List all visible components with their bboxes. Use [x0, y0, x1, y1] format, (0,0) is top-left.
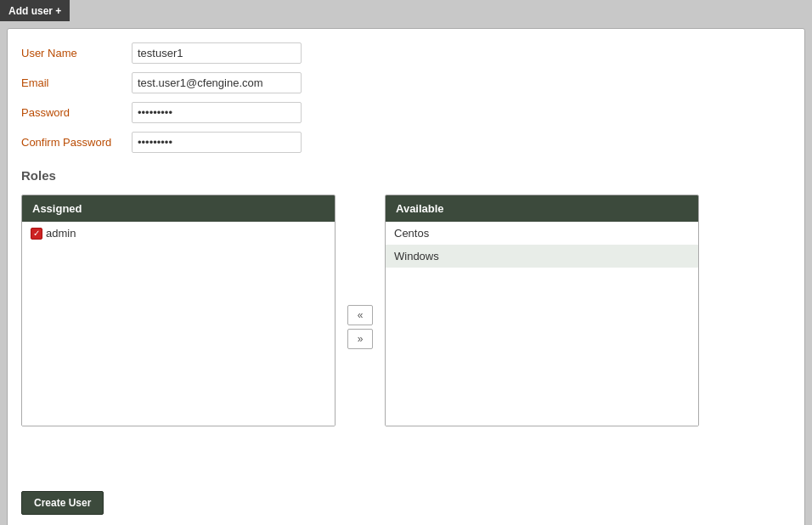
form-section: User Name Email Password Confirm Passwor…: [21, 42, 791, 153]
roles-heading: Roles: [21, 168, 791, 183]
email-input[interactable]: [132, 72, 302, 93]
email-label: Email: [21, 76, 132, 89]
confirm-password-input[interactable]: [132, 132, 302, 153]
add-user-bar[interactable]: Add user +: [0, 0, 70, 21]
password-input[interactable]: [132, 102, 302, 123]
list-item[interactable]: Centos: [386, 222, 698, 245]
username-input[interactable]: [132, 42, 302, 64]
assigned-header: Assigned: [22, 195, 335, 222]
assigned-item-label: admin: [46, 227, 76, 240]
username-label: User Name: [21, 47, 132, 59]
main-panel: User Name Email Password Confirm Passwor…: [7, 28, 805, 525]
available-box: Available Centos Windows: [385, 195, 699, 426]
add-user-label: Add user +: [8, 5, 61, 17]
transfer-left-button[interactable]: «: [347, 305, 373, 325]
create-user-button[interactable]: Create User: [21, 491, 104, 515]
available-list: Centos Windows: [386, 222, 698, 426]
password-label: Password: [21, 106, 132, 119]
username-row: User Name: [21, 42, 791, 64]
available-header: Available: [386, 195, 698, 222]
confirm-password-row: Confirm Password: [21, 132, 791, 153]
list-item[interactable]: Windows: [386, 245, 698, 268]
checkbox-icon: ✓: [31, 228, 42, 240]
password-row: Password: [21, 102, 791, 123]
available-item-label: Centos: [394, 227, 429, 240]
assigned-list: ✓ admin: [22, 222, 335, 426]
transfer-right-button[interactable]: »: [347, 329, 373, 349]
roles-section: Assigned ✓ admin « » Available Centos Wi…: [21, 195, 791, 426]
list-item[interactable]: ✓ admin: [22, 222, 335, 245]
email-row: Email: [21, 72, 791, 93]
confirm-password-label: Confirm Password: [21, 136, 132, 149]
assigned-box: Assigned ✓ admin: [21, 195, 336, 426]
available-item-label: Windows: [394, 250, 439, 262]
transfer-buttons-container: « »: [336, 305, 385, 349]
